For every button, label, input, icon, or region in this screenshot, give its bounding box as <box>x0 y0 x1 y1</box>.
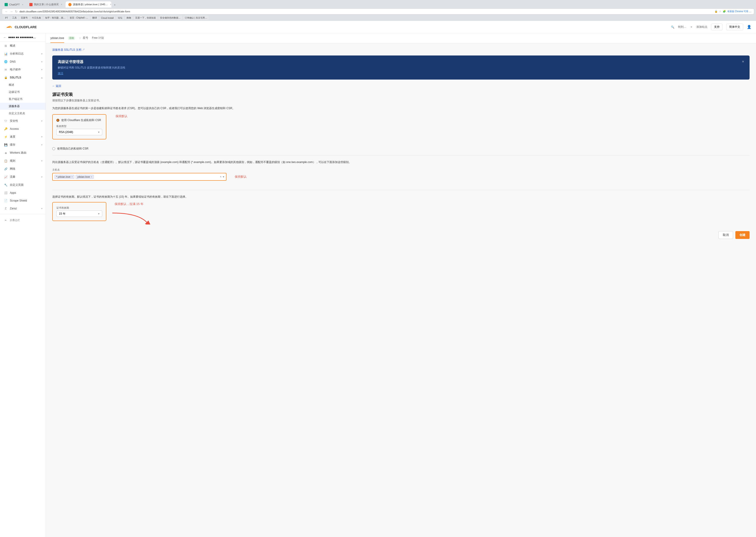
doc-link[interactable]: 源服务器 SSL/TLS 文档 ↗ <box>52 48 750 52</box>
bm-toutiao[interactable]: 今日头条 <box>30 16 42 20</box>
bm-baijia[interactable]: 百家号 <box>20 16 29 20</box>
sidebar-sub-edge-cert[interactable]: 边缘证书 <box>0 89 46 96</box>
hostname-tag-root-close[interactable]: × <box>91 176 92 178</box>
cancel-button[interactable]: 取消 <box>718 231 733 239</box>
bookmark-icon[interactable]: ☆ <box>719 10 721 13</box>
tab-close-article[interactable]: × <box>61 3 62 6</box>
active-badge: 活动 <box>68 36 75 40</box>
cloudflare-logo-icon <box>5 23 13 31</box>
language-button[interactable]: 简体中文 <box>726 23 743 30</box>
option1-radio-row: 使用 Cloudflare 生成私钥和 CSR <box>57 118 102 122</box>
hostname-expand-button[interactable]: ▾ <box>223 175 224 178</box>
sidebar: ← ■■■■ ■■ ■■■■■■■■… ⊞ 概述 📊 分析和日志 ▾ 🌐 DNS… <box>0 33 46 537</box>
validity-select-wrap: 15 年 10 年 5 年 1 年 <box>57 211 102 217</box>
nav-back[interactable]: ← <box>5 10 8 13</box>
browser-tab-article[interactable]: 我的文章 | 什么值得买 × <box>26 1 65 8</box>
add-site-label[interactable]: 添加站点 <box>696 25 707 29</box>
hostname-input-box[interactable]: *.ydxian.love × ydxian.love × × ▾ <box>52 173 226 181</box>
sidebar-item-ssl[interactable]: 🔒 SSL/TLS ▴ <box>0 74 46 81</box>
banner-close-button[interactable]: × <box>742 60 744 64</box>
tab-domain[interactable]: ydxian.love <box>51 34 64 43</box>
tab-label-article: 我的文章 | 什么值得买 <box>34 3 59 6</box>
sidebar-item-zaraz[interactable]: Z Zaraz ▾ <box>0 205 46 212</box>
option1-annotation: 保持默认 <box>115 114 128 118</box>
logo: CLOUDFLARE <box>5 23 37 31</box>
user-icon[interactable]: 👤 <box>747 25 751 29</box>
tab-star[interactable]: ☆ 星号 <box>79 33 88 43</box>
sidebar-item-dns[interactable]: 🌐 DNS ▾ <box>0 58 46 65</box>
bm-baidu[interactable]: 百度一下，你就知道 <box>134 16 157 20</box>
sidebar-sub-origin-server[interactable]: 源服务器 <box>0 103 46 110</box>
option2-radio[interactable] <box>52 147 55 150</box>
nav-forward[interactable]: → <box>10 10 13 13</box>
red-arrow-annotation <box>110 211 151 225</box>
bm-cloudinstall[interactable]: Cloud Install <box>100 16 115 20</box>
extensions-icon[interactable]: 🧩 <box>723 10 726 13</box>
bm-chiphell[interactable]: 首页 - Chiphell -… <box>68 16 90 20</box>
sidebar-sub-custom-hostname[interactable]: 自定义主机名 <box>0 110 46 117</box>
bottom-actions: 取消 创建 <box>52 228 750 242</box>
tab-close-cloudflare[interactable]: × <box>110 3 111 6</box>
bm-translate[interactable]: 翻译 <box>91 16 98 20</box>
sidebar-item-email[interactable]: ✉ 电子邮件 ▾ <box>0 65 46 74</box>
sidebar-item-cache[interactable]: 💾 缓存 ▾ <box>0 141 46 149</box>
bm-order[interactable]: 订单确认 | 东京宅男… <box>183 16 209 20</box>
sidebar-item-security[interactable]: 🛡 安全性 ▾ <box>0 117 46 125</box>
nav-reload[interactable]: ↻ <box>15 10 18 13</box>
sidebar-collapse-button[interactable]: ⇤ 折叠边栏 <box>0 216 46 224</box>
sidebar-item-speed[interactable]: ⚡ 速度 ▾ <box>0 133 46 141</box>
option1-radio[interactable] <box>57 119 60 122</box>
sidebar-item-access[interactable]: 🔑 Access <box>0 125 46 133</box>
tab-star-label: 星号 <box>83 36 88 40</box>
url-text[interactable]: dash.cloudflare.com/3355415ff140f230664d… <box>20 10 713 13</box>
sidebar-item-apps[interactable]: ⬜ Apps <box>0 189 46 197</box>
hostname-clear-button[interactable]: × <box>220 175 221 178</box>
bm-tools[interactable]: 工具 <box>11 16 18 20</box>
create-button[interactable]: 创建 <box>736 231 750 239</box>
sidebar-label-zaraz: Zaraz <box>10 207 17 210</box>
sidebar-item-scrape-shield[interactable]: 📄 Scrape Shield <box>0 197 46 205</box>
bm-safe[interactable]: 安全储存您的数据… <box>159 16 182 20</box>
option1-label[interactable]: 使用 Cloudflare 生成私钥和 CSR <box>61 118 101 122</box>
sidebar-sub-client-cert[interactable]: 客户端证书 <box>0 96 46 103</box>
goto-label[interactable]: 转到… <box>678 25 686 29</box>
browser-tab-chatgpt[interactable]: ChatGPT × <box>2 2 26 8</box>
bm-forum[interactable]: 论坛 <box>116 16 124 20</box>
banner-activate-link[interactable]: 激活 <box>58 71 125 75</box>
hostname-annotation: 保持默认 <box>235 175 247 179</box>
sidebar-item-overview[interactable]: ⊞ 概述 <box>0 42 46 50</box>
sidebar-sub-ssl-overview[interactable]: 概述 <box>0 81 46 89</box>
tab-favicon-chatgpt <box>5 3 8 6</box>
new-tab-button[interactable]: + <box>112 2 118 8</box>
option2-label[interactable]: 使用我自己的私钥和 CSR <box>57 147 89 151</box>
tab-free-plan[interactable]: Free 计划 <box>92 33 104 43</box>
validity-select[interactable]: 15 年 10 年 5 年 1 年 <box>57 211 102 217</box>
sidebar-item-network[interactable]: 🔗 网络 <box>0 165 46 173</box>
support-button[interactable]: 支持 <box>711 23 723 30</box>
sidebar-back-button[interactable]: ← <box>3 35 6 39</box>
star-icon: ☆ <box>79 36 81 40</box>
key-type-select[interactable]: RSA (2048) ECDSA (P-256) <box>57 129 102 135</box>
sidebar-item-analytics[interactable]: 📊 分析和日志 ▾ <box>0 50 46 58</box>
tab-close-chatgpt[interactable]: × <box>22 3 23 6</box>
sidebar-item-traffic[interactable]: 📈 流量 ▾ <box>0 173 46 181</box>
hostname-tag-wildcard-close[interactable]: × <box>71 176 73 178</box>
sidebar-item-custom-pages[interactable]: 🔧 自定义页面 <box>0 181 46 189</box>
tab-label-chatgpt: ChatGPT <box>9 3 20 6</box>
sidebar-item-workers[interactable]: ◈ Workers 路由 <box>0 149 46 157</box>
search-icon: 🔍 <box>671 25 674 29</box>
bm-pt[interactable]: PT <box>4 16 9 20</box>
sidebar-site-info: ■■■■ ■■ ■■■■■■■■… <box>8 36 36 39</box>
new-version-notice[interactable]: 有新版 Chrome 可用 … <box>727 10 751 13</box>
collapse-icon: ⇤ <box>4 218 8 222</box>
back-link[interactable]: ← 返回 <box>52 84 750 88</box>
sidebar-item-rules[interactable]: 📋 规则 ▾ <box>0 157 46 165</box>
bm-shop[interactable]: 购物 <box>125 16 133 20</box>
sidebar-label-custom-pages: 自定义页面 <box>10 183 23 187</box>
site-tab-bar: ydxian.love 活动 ☆ 星号 Free 计划 <box>46 33 756 43</box>
tab-active[interactable]: 活动 <box>68 33 75 43</box>
header-right: 🔍 转到… ＋ 添加站点 支持 简体中文 👤 <box>671 23 751 30</box>
browser-tab-cloudflare[interactable]: 源服务器 | ydxian.love | 1945… × <box>65 1 111 8</box>
tab-free-label: Free 计划 <box>92 36 104 40</box>
bm-zhihu[interactable]: 知乎 - 有问题，就… <box>44 16 67 20</box>
